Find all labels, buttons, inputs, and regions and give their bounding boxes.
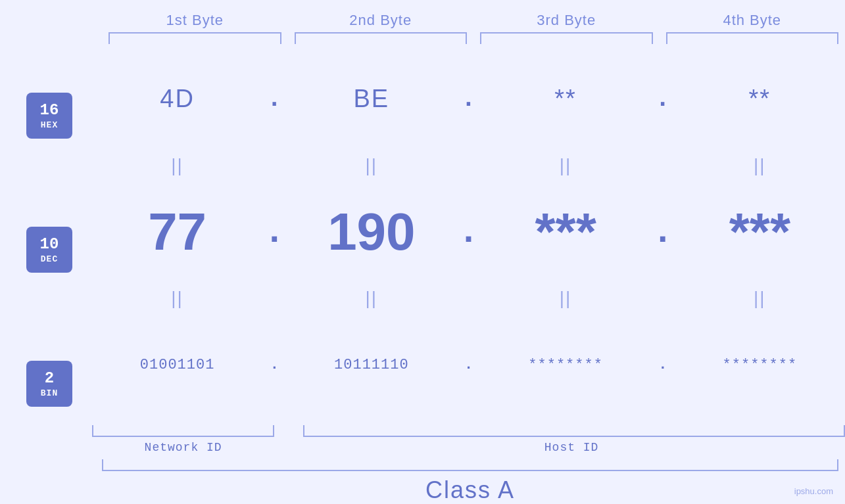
hex-row: 4D . BE . ** . ** xyxy=(92,45,845,152)
bin-val-4: ******** xyxy=(723,357,798,373)
sep-hex-2: . xyxy=(457,85,481,113)
bin-val-1: 01001101 xyxy=(140,357,215,373)
bin-row: 01001101 . 10111110 . ******** . xyxy=(92,311,845,419)
bin-val-3: ******** xyxy=(528,357,603,373)
byte-header-1: 1st Byte xyxy=(102,12,288,29)
bracket-2 xyxy=(295,32,468,44)
sep-hex-3: . xyxy=(651,85,675,113)
hex-val-1: 4D xyxy=(160,85,195,113)
byte-headers-row: 1st Byte 2nd Byte 3rd Byte 4th Byte xyxy=(0,12,845,29)
hex-badge-num: 16 xyxy=(40,101,59,120)
dec-val-4: *** xyxy=(729,202,790,262)
bin-badge-label: BIN xyxy=(41,388,58,398)
dec-byte-3: *** xyxy=(481,202,651,262)
network-id-label: Network ID xyxy=(92,441,274,454)
dec-byte-4: *** xyxy=(675,202,845,262)
class-label-row: Class A xyxy=(102,476,838,504)
watermark: ipshu.com xyxy=(794,486,833,496)
bin-byte-3: ******** xyxy=(481,357,651,373)
hex-badge: 16 HEX xyxy=(26,93,72,139)
dec-badge: 10 DEC xyxy=(26,227,72,273)
hex-byte-3: ** xyxy=(481,85,651,113)
byte-header-3: 3rd Byte xyxy=(473,12,660,29)
hex-byte-1: 4D xyxy=(92,85,262,113)
eq-8: || xyxy=(675,288,845,309)
dec-badge-num: 10 xyxy=(40,235,59,254)
hex-val-4: ** xyxy=(749,85,771,113)
bin-byte-1: 01001101 xyxy=(92,357,262,373)
full-bottom-bracket xyxy=(102,459,838,471)
bytes-area: 4D . BE . ** . ** xyxy=(92,45,845,454)
class-section: Class A xyxy=(95,459,845,504)
dec-val-1: 77 xyxy=(148,202,206,262)
byte-header-2: 2nd Byte xyxy=(288,12,474,29)
dec-val-2: 190 xyxy=(327,202,415,262)
sep-bin-3: . xyxy=(651,357,675,373)
sep-dec-1: . xyxy=(262,212,286,253)
host-id-label: Host ID xyxy=(298,441,845,454)
bin-byte-4: ******** xyxy=(675,357,845,373)
class-label: Class A xyxy=(425,476,515,503)
sep-bin-1: . xyxy=(262,357,286,373)
bracket-4 xyxy=(666,32,839,44)
top-brackets xyxy=(0,32,845,45)
equals-row-2: || || || || xyxy=(92,285,845,311)
eq-6: || xyxy=(286,288,456,309)
eq-4: || xyxy=(675,155,845,176)
hex-val-3: ** xyxy=(554,85,577,113)
eq-7: || xyxy=(481,288,651,309)
bin-byte-2: 10111110 xyxy=(286,357,456,373)
dec-val-3: *** xyxy=(535,202,596,262)
sep-hex-1: . xyxy=(262,85,286,113)
bin-badge: 2 BIN xyxy=(26,361,72,407)
main-area: 16 HEX 10 DEC 2 BIN 4D . xyxy=(0,45,845,454)
byte-header-4: 4th Byte xyxy=(660,12,846,29)
sep-dec-2: . xyxy=(457,212,481,253)
dec-row: 77 . 190 . *** . *** xyxy=(92,179,845,286)
main-container: 1st Byte 2nd Byte 3rd Byte 4th Byte 16 H… xyxy=(0,0,845,504)
bracket-1 xyxy=(109,32,281,44)
eq-3: || xyxy=(481,155,651,176)
bin-badge-num: 2 xyxy=(45,369,54,388)
hex-byte-4: ** xyxy=(675,85,845,113)
eq-1: || xyxy=(92,155,262,176)
eq-2: || xyxy=(286,155,456,176)
bin-val-2: 10111110 xyxy=(334,357,409,373)
equals-row-1: || || || || xyxy=(92,152,845,179)
hex-badge-label: HEX xyxy=(41,120,58,130)
hex-byte-2: BE xyxy=(286,85,456,113)
sep-dec-3: . xyxy=(651,212,675,253)
bottom-brackets-section: Network ID Host ID xyxy=(92,422,845,454)
eq-5: || xyxy=(92,288,262,309)
dec-badge-label: DEC xyxy=(41,254,58,264)
dec-byte-1: 77 xyxy=(92,202,262,262)
badges-column: 16 HEX 10 DEC 2 BIN xyxy=(7,45,92,454)
sep-bin-2: . xyxy=(457,357,481,373)
dec-byte-2: 190 xyxy=(286,202,456,262)
bracket-3 xyxy=(480,32,653,44)
hex-val-2: BE xyxy=(354,85,390,113)
